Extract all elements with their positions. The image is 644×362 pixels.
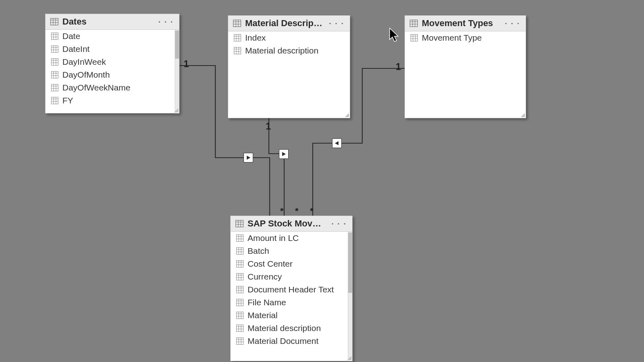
svg-rect-78 xyxy=(237,261,244,267)
svg-rect-53 xyxy=(410,20,418,27)
field-label: Movement Type xyxy=(422,33,482,43)
field-list[interactable]: Movement Type xyxy=(405,31,526,118)
field-item[interactable]: DateInt xyxy=(45,43,179,56)
field-item[interactable]: Material Document xyxy=(231,335,352,348)
scrollbar[interactable] xyxy=(348,232,352,361)
resize-handle[interactable] xyxy=(174,108,178,112)
column-icon xyxy=(236,299,244,306)
field-list[interactable]: Date DateInt DayInWeek DayOfMonth DayOfW… xyxy=(45,30,179,113)
svg-rect-8 xyxy=(52,33,58,40)
cardinality-one-movement: 1 xyxy=(396,61,401,72)
field-label: Amount in LC xyxy=(248,233,299,243)
field-label: DayOfWeekName xyxy=(62,83,130,93)
field-item[interactable]: Currency xyxy=(231,270,352,283)
field-item[interactable]: DayOfWeekName xyxy=(45,81,179,94)
svg-rect-33 xyxy=(52,97,58,104)
field-label: File Name xyxy=(248,298,286,307)
table-material-description[interactable]: Material Description · · · Index Materia… xyxy=(228,15,350,118)
scrollbar-thumb[interactable] xyxy=(348,232,352,293)
table-sap-stock-movements[interactable]: SAP Stock Movements · · · Amount in LC B… xyxy=(230,216,353,361)
field-item[interactable]: Index xyxy=(228,31,350,44)
model-canvas[interactable]: 1 1 1 * * * Dates · · · Date xyxy=(0,0,644,362)
field-label: Material Document xyxy=(248,336,318,346)
svg-rect-93 xyxy=(237,299,244,306)
field-label: DateInt xyxy=(62,44,90,54)
field-list[interactable]: Index Material description xyxy=(228,31,350,118)
resize-handle[interactable] xyxy=(521,113,525,117)
scrollbar[interactable] xyxy=(175,30,179,113)
resize-handle[interactable] xyxy=(347,356,351,360)
column-icon xyxy=(51,84,58,91)
table-header[interactable]: SAP Stock Movements · · · xyxy=(231,216,352,232)
table-icon xyxy=(233,20,241,27)
field-item[interactable]: Batch xyxy=(231,245,352,257)
column-icon xyxy=(51,58,58,66)
table-menu-button[interactable]: · · · xyxy=(327,19,346,28)
svg-rect-13 xyxy=(52,46,58,53)
field-item[interactable]: Amount in LC xyxy=(231,232,352,245)
column-icon xyxy=(234,34,241,41)
field-item[interactable]: Material xyxy=(231,309,352,322)
table-header[interactable]: Dates · · · xyxy=(45,14,179,30)
column-icon xyxy=(236,273,244,280)
table-title: SAP Stock Movements xyxy=(248,218,326,229)
table-menu-button[interactable]: · · · xyxy=(330,219,348,228)
field-label: Date xyxy=(62,31,80,41)
svg-rect-58 xyxy=(411,35,418,41)
field-item[interactable]: FY xyxy=(45,94,179,107)
field-item[interactable]: Movement Type xyxy=(405,31,526,44)
svg-rect-28 xyxy=(52,84,58,91)
field-item[interactable]: Material description xyxy=(228,44,350,57)
field-list[interactable]: Amount in LC Batch Cost Center Currency … xyxy=(231,232,352,361)
svg-marker-2 xyxy=(335,141,339,145)
field-item[interactable]: Document Header Text xyxy=(231,283,352,296)
table-menu-button[interactable]: · · · xyxy=(503,19,522,28)
field-label: Cost Center xyxy=(248,259,293,269)
field-label: Batch xyxy=(248,246,269,256)
table-title: Dates xyxy=(62,16,153,27)
field-label: Currency xyxy=(248,272,282,282)
column-icon xyxy=(236,260,244,267)
table-title: Movement Types xyxy=(422,18,499,29)
table-menu-button[interactable]: · · · xyxy=(157,17,175,27)
scrollbar-thumb[interactable] xyxy=(175,31,179,59)
cardinality-one-dates: 1 xyxy=(184,58,189,70)
table-movement-types[interactable]: Movement Types · · · Movement Type xyxy=(405,15,526,118)
column-icon xyxy=(234,47,241,54)
cardinality-many-movement: * xyxy=(310,206,314,216)
table-icon xyxy=(410,20,418,27)
svg-rect-73 xyxy=(237,248,244,255)
resize-handle[interactable] xyxy=(345,113,349,117)
cardinality-many-matdesc: * xyxy=(295,206,299,216)
field-item[interactable]: DayOfMonth xyxy=(45,68,179,81)
column-icon xyxy=(236,312,244,319)
svg-marker-0 xyxy=(247,156,250,160)
svg-rect-48 xyxy=(234,47,241,54)
table-header[interactable]: Material Description · · · xyxy=(228,16,350,31)
field-label: DayInWeek xyxy=(62,57,106,67)
table-header[interactable]: Movement Types · · · xyxy=(405,16,526,31)
field-item[interactable]: File Name xyxy=(231,296,352,309)
field-item[interactable]: Cost Center xyxy=(231,257,352,270)
table-icon xyxy=(50,18,58,25)
svg-rect-68 xyxy=(237,235,244,242)
svg-rect-23 xyxy=(52,72,58,78)
svg-rect-83 xyxy=(237,274,244,280)
field-label: Index xyxy=(245,33,266,43)
field-item[interactable]: Date xyxy=(45,30,179,43)
field-label: Material description xyxy=(245,46,318,56)
field-label: Material xyxy=(248,311,278,320)
svg-rect-43 xyxy=(234,35,241,41)
svg-rect-103 xyxy=(237,325,244,332)
svg-rect-38 xyxy=(233,20,241,27)
column-icon xyxy=(236,325,244,332)
svg-rect-3 xyxy=(51,19,58,25)
column-icon xyxy=(236,286,244,293)
table-dates[interactable]: Dates · · · Date DateInt DayInWeek DayOf… xyxy=(45,14,180,113)
svg-marker-1 xyxy=(282,152,286,156)
filter-direction-dates xyxy=(244,153,253,162)
svg-rect-63 xyxy=(236,220,244,227)
field-item[interactable]: DayInWeek xyxy=(45,56,179,68)
svg-rect-98 xyxy=(237,312,244,319)
field-item[interactable]: Material description xyxy=(231,322,352,335)
